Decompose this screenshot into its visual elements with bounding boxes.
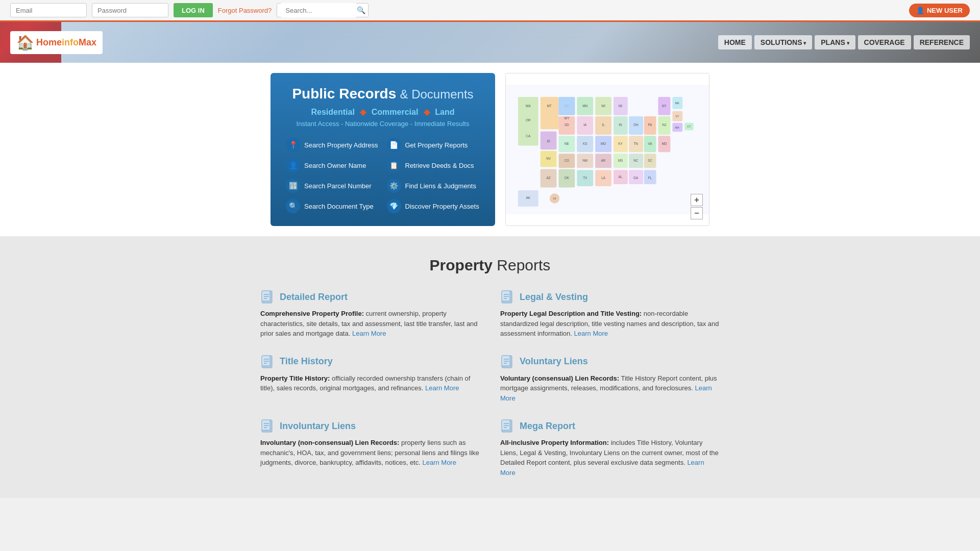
report-desc-1: Property Legal Description and Title Ves… [500,309,720,339]
report-name-4[interactable]: Involuntary Liens [280,421,356,432]
feature-item-1[interactable]: 📄 Get Property Reports [387,138,480,152]
svg-text:WI: WI [601,104,605,107]
top-bar: LOG IN Forgot Password? 🔍 👤 NEW USER [0,0,980,22]
svg-text:CO: CO [565,159,570,162]
svg-text:ID: ID [547,139,550,143]
hero-tagline: Instant Access - Nationwide Coverage - I… [286,120,480,128]
svg-text:CT: CT [687,125,691,128]
report-item-0: Detailed Report Comprehensive Property P… [260,289,480,339]
svg-text:WY: WY [564,116,570,119]
feature-label-3: Retrieve Deeds & Docs [405,162,474,169]
svg-text:IA: IA [583,123,587,127]
logo: 🏠 HomeinfoMax [10,31,103,54]
reports-title: Property Reports [10,257,970,274]
diamond-icon-1: ◆ [360,108,366,116]
learn-more-0[interactable]: Learn More [352,330,386,337]
login-button[interactable]: LOG IN [174,3,213,17]
feature-icon-3: 📋 [387,158,401,172]
feature-icon-2: 👤 [286,158,300,172]
svg-text:CA: CA [526,134,531,138]
feature-item-3[interactable]: 📋 Retrieve Deeds & Docs [387,158,480,172]
report-name-0[interactable]: Detailed Report [280,292,348,303]
password-input[interactable] [92,3,168,17]
feature-item-0[interactable]: 📍 Search Property Address [286,138,379,152]
report-icon-1 [500,289,516,305]
svg-text:IN: IN [619,123,622,127]
report-header-4: Involuntary Liens [260,418,480,434]
svg-text:KS: KS [583,141,587,145]
report-header-2: Title History [260,354,480,369]
nav-plans[interactable]: PLANS [815,35,855,49]
reports-title-bold: Property [430,257,493,273]
feature-item-7[interactable]: 💎 Discover Property Assets [387,199,480,213]
svg-text:HI: HI [553,197,556,200]
reports-title-normal: Reports [497,257,550,273]
report-desc-3: Voluntary (consensual) Lien Records: Tit… [500,373,720,404]
hero-title-and: & Documents [400,87,474,101]
report-desc-0: Comprehensive Property Profile: current … [260,309,480,339]
svg-rect-115 [502,420,510,430]
search-input[interactable] [280,3,357,17]
nav-coverage[interactable]: COVERAGE [858,35,911,49]
report-name-1[interactable]: Legal & Vesting [520,292,588,303]
feature-item-2[interactable]: 👤 Search Owner Name [286,158,379,172]
user-icon: 👤 [916,7,924,14]
email-input[interactable] [10,3,87,17]
svg-text:KY: KY [618,141,623,145]
search-bar: 🔍 [277,3,369,17]
svg-text:WA: WA [526,104,531,107]
report-icon-2 [260,354,276,369]
svg-text:AZ: AZ [547,176,551,179]
nav-home[interactable]: HOME [718,35,752,49]
main-wrapper: Public Records & Documents Residential ◆… [0,63,980,236]
nav-solutions[interactable]: SOLUTIONS [754,35,812,49]
svg-text:NM: NM [582,159,587,162]
report-name-5[interactable]: Mega Report [520,421,575,432]
svg-text:MS: MS [618,159,623,162]
svg-text:MN: MN [582,104,587,107]
hero-subtitle: Residential ◆ Commercial ◆ Land [286,107,480,117]
report-name-2[interactable]: Title History [280,356,333,367]
report-desc-4: Involuntary (non-consensual) Lien Record… [260,438,480,468]
learn-more-5[interactable]: Learn More [500,459,704,477]
svg-text:TN: TN [633,141,638,145]
report-name-3[interactable]: Voluntary Liens [520,356,588,367]
report-header-3: Voluntary Liens [500,354,720,369]
svg-text:MA: MA [675,126,680,129]
report-item-4: Involuntary Liens Involuntary (non-conse… [260,418,480,478]
zoom-in-button[interactable]: + [691,194,703,206]
svg-text:NV: NV [546,157,551,160]
feature-label-1: Get Property Reports [405,141,468,149]
svg-text:IL: IL [602,123,605,127]
reports-section: Property Reports Detailed Report Compreh… [0,236,980,498]
feature-item-4[interactable]: 🔢 Search Parcel Number [286,179,379,193]
learn-more-3[interactable]: Learn More [500,384,712,402]
feature-item-5[interactable]: ⚙️ Find Liens & Judgments [387,179,480,193]
forgot-password-link[interactable]: Forgot Password? [218,7,272,14]
svg-text:MT: MT [547,104,552,107]
hero-section: Public Records & Documents Residential ◆… [260,63,720,236]
zoom-out-button[interactable]: − [691,207,703,219]
svg-rect-105 [502,356,510,366]
new-user-button[interactable]: 👤 NEW USER [909,4,970,17]
svg-rect-100 [262,356,270,366]
svg-text:OR: OR [526,118,531,121]
feature-label-5: Find Liens & Judgments [405,182,476,190]
svg-rect-90 [262,291,270,301]
hero-title-bold: Public Records [292,86,396,102]
report-item-3: Voluntary Liens Voluntary (consensual) L… [500,354,720,404]
nav-reference[interactable]: REFERENCE [914,35,970,49]
report-desc-2: Property Title History: officially recor… [260,373,480,393]
feature-label-6: Search Document Type [304,203,374,210]
feature-item-6[interactable]: 🔍 Search Document Type [286,199,379,213]
learn-more-4[interactable]: Learn More [422,459,456,466]
svg-text:SC: SC [648,159,652,162]
feature-icon-0: 📍 [286,138,300,152]
feature-icon-7: 💎 [387,199,401,213]
svg-text:NJ: NJ [663,123,667,127]
learn-more-1[interactable]: Learn More [574,330,608,337]
feature-icon-5: ⚙️ [387,179,401,193]
svg-text:OH: OH [633,123,639,127]
learn-more-2[interactable]: Learn More [425,384,459,392]
report-header-5: Mega Report [500,418,720,434]
